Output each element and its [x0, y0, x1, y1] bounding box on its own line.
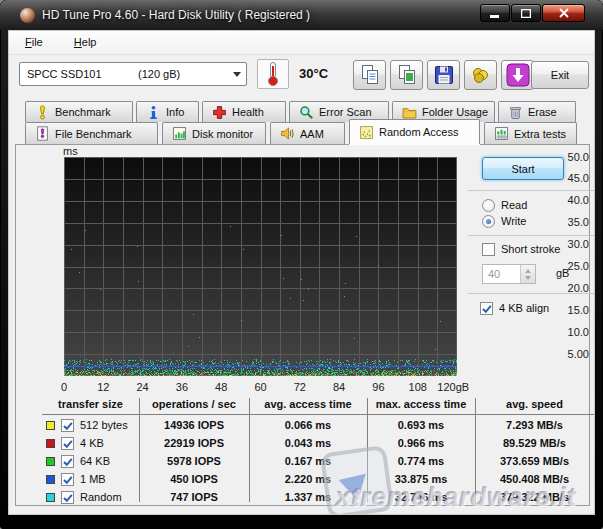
options-icon: [471, 65, 491, 85]
disk-monitor-icon: [172, 126, 187, 141]
minimize-button[interactable]: [480, 4, 510, 22]
start-label: Start: [511, 163, 534, 175]
iops-value: 747 IOPS: [139, 491, 249, 503]
tab-label: Benchmark: [55, 106, 111, 118]
iops-value: 450 IOPS: [139, 473, 249, 485]
read-radio[interactable]: Read: [482, 198, 527, 212]
chevron-down-icon: [228, 63, 246, 85]
menu-file[interactable]: File: [15, 31, 53, 52]
y-tick-label: 35.0: [545, 216, 589, 228]
checkbox-icon: [482, 243, 495, 256]
series-checkbox[interactable]: [61, 455, 74, 468]
short-stroke-checkbox[interactable]: Short stroke: [482, 242, 560, 256]
random-access-chart: [64, 157, 457, 376]
table-row: 64 KB 5978 IOPS 0.167 ms 0.774 ms 373.65…: [42, 452, 594, 470]
short-stroke-size-input[interactable]: 40: [482, 264, 536, 284]
file-benchmark-icon: [35, 126, 50, 141]
col-avg-speed: avg. speed: [475, 398, 594, 414]
app-window: HD Tune Pro 4.60 - Hard Disk Utility ( R…: [0, 0, 603, 529]
x-tick-label: 0: [61, 381, 67, 393]
tab-random-access[interactable]: Random Access: [349, 119, 480, 144]
avg-speed-value: 373.659 MB/s: [475, 455, 594, 467]
tab-aam[interactable]: AAM: [270, 122, 345, 144]
separator: [468, 293, 595, 294]
tab-label: Error Scan: [319, 106, 372, 118]
row-label: 4 KB: [80, 437, 104, 449]
menubar: File Help: [9, 31, 594, 55]
menu-help[interactable]: Help: [64, 31, 107, 52]
download-button[interactable]: [501, 60, 534, 90]
spinner-arrows[interactable]: [520, 265, 535, 283]
tab-label: Health: [232, 106, 264, 118]
series-checkbox[interactable]: [61, 473, 74, 486]
tab-health[interactable]: Health: [202, 101, 286, 122]
series-checkbox[interactable]: [61, 419, 74, 432]
save-icon: [434, 65, 454, 85]
tab-label: Disk monitor: [192, 128, 253, 140]
read-label: Read: [501, 199, 527, 211]
tab-disk-monitor[interactable]: Disk monitor: [162, 122, 266, 144]
row-label: 512 bytes: [80, 419, 128, 431]
write-label: Write: [501, 215, 526, 227]
avg-speed-value: 89.529 MB/s: [475, 437, 594, 449]
col-transfer-size: transfer size: [42, 398, 139, 414]
tab-info[interactable]: Info: [136, 101, 199, 122]
x-tick-label: 48: [215, 381, 227, 393]
titlebar[interactable]: HD Tune Pro 4.60 - Hard Disk Utility ( R…: [0, 0, 603, 30]
options-button[interactable]: [464, 60, 497, 90]
folder-usage-icon: [402, 105, 417, 120]
y-tick-label: 15.0: [545, 304, 589, 316]
series-color-swatch: [46, 421, 55, 430]
download-icon: [506, 63, 530, 87]
temperature-button[interactable]: [257, 59, 289, 89]
table-row: 1 MB 450 IOPS 2.220 ms 33.875 ms 450.408…: [42, 470, 594, 488]
tab-label: Extra tests: [514, 128, 566, 140]
save-button[interactable]: [427, 60, 460, 90]
iops-value: 14936 IOPS: [139, 419, 249, 431]
tab-file-benchmark[interactable]: File Benchmark: [25, 122, 158, 144]
write-radio[interactable]: Write: [482, 214, 526, 228]
series-checkbox[interactable]: [61, 491, 74, 504]
minimize-icon: [490, 9, 500, 18]
y-axis-unit: ms: [63, 145, 78, 157]
x-tick-label: 108: [409, 381, 427, 393]
row-label: 64 KB: [80, 455, 110, 467]
close-button[interactable]: [542, 4, 585, 22]
x-tick-label: 72: [294, 381, 306, 393]
copy-text-button[interactable]: [353, 60, 386, 90]
max-access-value: 0.693 ms: [367, 419, 475, 431]
max-access-value: 0.966 ms: [367, 437, 475, 449]
iops-value: 5978 IOPS: [139, 455, 249, 467]
series-color-swatch: [46, 475, 55, 484]
table-row: 4 KB 22919 IOPS 0.043 ms 0.966 ms 89.529…: [42, 434, 594, 452]
align-checkbox[interactable]: 4 KB align: [480, 301, 549, 315]
tab-erase[interactable]: Erase: [498, 101, 576, 122]
avg-speed-value: 450.408 MB/s: [475, 473, 594, 485]
thermometer-icon: [265, 61, 281, 87]
align-label: 4 KB align: [499, 302, 549, 314]
maximize-button[interactable]: [511, 4, 541, 22]
series-color-swatch: [46, 493, 55, 502]
iops-value: 22919 IOPS: [139, 437, 249, 449]
col-operations: operations / sec: [139, 398, 249, 414]
benchmark-icon: [35, 105, 50, 120]
max-access-value: 33.875 ms: [367, 473, 475, 485]
drive-selector[interactable]: SPCC SSD101 (120 gB): [19, 62, 247, 86]
health-icon: [212, 105, 227, 120]
separator: [468, 190, 595, 191]
aam-icon: [280, 126, 295, 141]
copy-image-icon: [397, 64, 417, 86]
tab-extra-tests[interactable]: Extra tests: [484, 122, 577, 144]
exit-button[interactable]: Exit: [531, 61, 589, 89]
col-max-access: max. access time: [367, 398, 475, 414]
radio-icon: [482, 199, 495, 212]
separator: [468, 235, 595, 236]
start-button[interactable]: Start: [482, 157, 564, 180]
maximize-icon: [521, 9, 531, 18]
tab-label: AAM: [300, 128, 324, 140]
avg-access-value: 0.043 ms: [249, 437, 367, 449]
tab-benchmark[interactable]: Benchmark: [25, 101, 133, 122]
series-checkbox[interactable]: [61, 437, 74, 450]
max-access-value: 0.774 ms: [367, 455, 475, 467]
copy-image-button[interactable]: [390, 60, 423, 90]
